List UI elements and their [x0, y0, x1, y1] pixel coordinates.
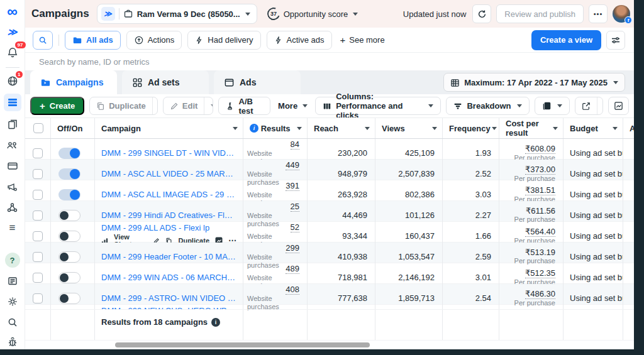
column-reach[interactable]: Reach	[307, 118, 375, 138]
filter-all-ads[interactable]: All ads	[65, 31, 121, 50]
campaign-name-link[interactable]: DMM - 299 ALL ADS - Flexi lp	[101, 224, 209, 232]
chevron-down-icon	[517, 104, 522, 107]
avatar[interactable]: f	[613, 5, 630, 23]
column-budget[interactable]: Budget	[563, 118, 623, 138]
columns-button[interactable]: Columns: Performance and clicks	[315, 97, 441, 115]
filter-active-ads[interactable]: Active ads	[267, 31, 332, 50]
campaign-toggle[interactable]	[58, 231, 80, 242]
campaign-name-link[interactable]: DMM - 299 - ASTRO- WIN VIDEO 08 FEB 20..…	[101, 294, 236, 303]
create-a-view-button[interactable]: Create a view	[531, 30, 601, 50]
main-area: Campaigns ≫ Ram Verma 9 Dec (85050... 37…	[25, 0, 634, 349]
more-options-button[interactable]: •••	[589, 4, 608, 23]
reports-icon	[542, 101, 552, 111]
whats-new-icon[interactable]	[5, 273, 20, 288]
ad-account-selector[interactable]: ≫ Ram Verma 9 Dec (85050...	[97, 4, 257, 24]
horizontal-scrollbar-thumb[interactable]	[115, 342, 370, 347]
ads-manager-icon[interactable]: ≫	[5, 25, 20, 40]
results-summary: Results from 18 campaigns i	[101, 317, 220, 327]
export-button[interactable]	[575, 97, 597, 114]
campaign-name-link[interactable]: DMM - 299 WIN ADS - 06 MARCH 2025- W...	[101, 273, 236, 282]
notifications-badge: 97	[15, 41, 26, 48]
campaign-toggle[interactable]	[58, 210, 80, 221]
row-checkbox[interactable]	[33, 148, 43, 158]
sidebar-item-ads-settings-icon[interactable]	[5, 179, 20, 194]
campaign-name-link[interactable]: DMM - 299 Hindi AD Creatives- Flexi lp	[101, 211, 236, 220]
tab-ad-sets[interactable]: Ad sets	[122, 70, 209, 94]
select-all-checkbox[interactable]	[33, 123, 43, 133]
campaign-name-link[interactable]: DMM - 299 Header Footer - 10 MARCH 202..…	[101, 253, 236, 261]
ab-test-button[interactable]: A/B test	[218, 97, 271, 115]
edit-dropdown[interactable]	[204, 97, 213, 114]
search-input[interactable]	[39, 57, 353, 67]
campaign-name-link[interactable]: DMM - 299 SINGEL DT - WIN VIDEO - 10 Ma.…	[101, 149, 236, 158]
campaign-toggle[interactable]	[58, 272, 80, 283]
divider	[58, 35, 59, 46]
help-icon[interactable]: ?	[5, 253, 20, 268]
column-off-on: Off/On	[50, 118, 94, 138]
export-dropdown[interactable]	[597, 97, 603, 114]
edit-button[interactable]: Edit	[164, 97, 204, 114]
filter-actions[interactable]: Actions	[126, 31, 182, 50]
sidebar-item-pages-icon[interactable]	[5, 117, 20, 132]
sidebar-item-campaigns[interactable]	[4, 94, 21, 111]
sidebar-item-audiences-icon[interactable]	[5, 138, 20, 153]
row-checkbox[interactable]	[33, 231, 43, 241]
charts-button[interactable]	[608, 97, 629, 115]
business-portfolio-icon	[123, 9, 133, 19]
sidebar-item-connections-icon[interactable]	[5, 200, 20, 215]
notifications-bell-icon[interactable]: 97	[5, 45, 20, 60]
chevron-down-icon	[613, 81, 618, 84]
campaign-name-link[interactable]: DMM - ASC ALL IMAGE ADS - 29 MARCH 20...	[101, 190, 236, 199]
column-results[interactable]: i Results	[243, 118, 307, 138]
filter-had-delivery[interactable]: Had delivery	[187, 31, 260, 50]
account-overview-icon[interactable]: 1	[5, 74, 20, 89]
grid-icon	[132, 77, 143, 88]
opportunity-score[interactable]: 37 Opportunity score	[267, 8, 358, 20]
campaign-name-link[interactable]: DMM - ASC ALL VIDEO - 25 MARCH 2025 W...	[101, 170, 236, 178]
create-button[interactable]: + Create	[30, 97, 84, 115]
settings-gear-icon[interactable]	[5, 294, 20, 309]
campaigns-table: Off/On Campaign i Results Reach Views Fr…	[25, 117, 634, 349]
column-campaign[interactable]: Campaign	[94, 118, 243, 138]
column-views[interactable]: Views	[375, 118, 442, 138]
search-filter-button[interactable]	[33, 31, 53, 50]
review-and-publish-button[interactable]: Review and publish	[496, 4, 584, 23]
more-button[interactable]: More	[275, 101, 310, 111]
column-cost-per-result[interactable]: Cost per result	[499, 118, 563, 138]
campaign-toggle[interactable]	[58, 189, 80, 200]
duplicate-dropdown[interactable]	[152, 97, 158, 114]
refresh-button[interactable]	[472, 4, 491, 23]
column-frequency[interactable]: Frequency	[442, 118, 499, 138]
sidebar-item-billing-icon[interactable]	[5, 158, 20, 173]
table-row: DMM - ASC ALL IMAGE ADS - 29 MARCH 20...…	[25, 180, 634, 201]
row-checkbox[interactable]	[33, 190, 43, 200]
campaign-toggle[interactable]	[58, 293, 80, 304]
horizontal-scrollbar-track[interactable]	[25, 340, 634, 349]
export-split-button	[575, 97, 603, 115]
campaign-toggle[interactable]	[58, 168, 80, 180]
view-settings-button[interactable]	[606, 31, 625, 50]
duplicate-button[interactable]: Duplicate	[90, 97, 152, 114]
campaign-toggle[interactable]	[58, 251, 80, 263]
all-tools-menu-icon[interactable]: ≡	[5, 221, 20, 236]
row-checkbox[interactable]	[33, 169, 43, 179]
row-checkbox[interactable]	[33, 210, 43, 221]
campaign-toggle[interactable]	[58, 148, 80, 159]
row-checkbox[interactable]	[33, 293, 43, 303]
row-checkbox[interactable]	[33, 273, 43, 283]
date-range-selector[interactable]: Maximum: 17 Apr 2022 - 17 May 2025	[443, 73, 625, 92]
chart-icon	[614, 101, 623, 111]
chevron-down-icon	[297, 127, 302, 130]
tab-ads[interactable]: Ads	[214, 70, 301, 94]
see-more-filters[interactable]: + See more	[338, 35, 387, 45]
ads-manager-product-icon: ≫	[101, 7, 115, 21]
search-sidebar-icon[interactable]	[5, 315, 20, 330]
breakdown-button[interactable]: Breakdown	[446, 97, 529, 115]
opportunity-score-gauge: 37	[265, 6, 282, 23]
table-row-clipped: DMM - 299 NEW CUS- HERO WP VIDEO - LET..…	[25, 305, 634, 310]
tab-campaigns[interactable]: Campaigns	[30, 70, 117, 94]
reports-button[interactable]	[535, 97, 570, 115]
ellipsis-icon: •••	[594, 10, 603, 18]
row-checkbox[interactable]	[33, 252, 43, 262]
report-bug-icon[interactable]	[5, 334, 20, 349]
